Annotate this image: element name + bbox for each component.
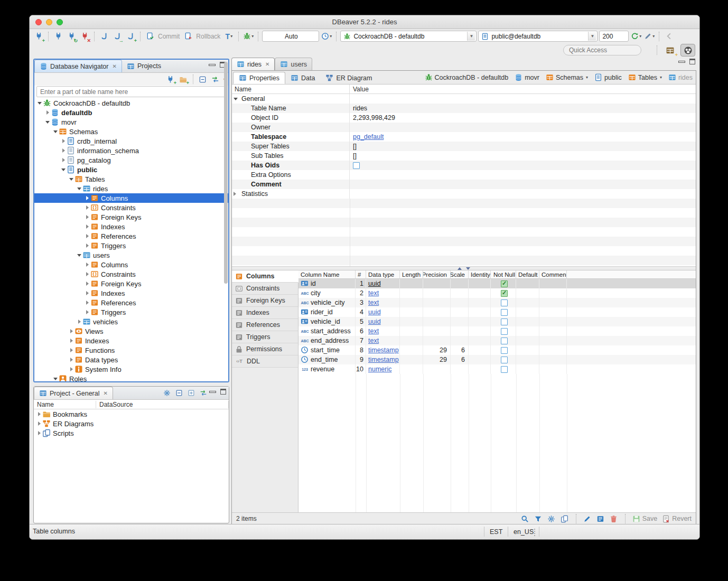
column-row-revenue[interactable]: 123revenue10numeric xyxy=(298,364,696,374)
new-sql-script-button[interactable]: + xyxy=(125,31,136,42)
expand-all-icon[interactable] xyxy=(187,389,195,397)
twistie-icon[interactable] xyxy=(84,272,90,276)
twistie-icon[interactable] xyxy=(76,320,82,324)
breadcrumb-public[interactable]: public xyxy=(594,73,622,81)
maximize-view-button[interactable] xyxy=(220,389,226,395)
tree-item-indexes[interactable]: Indexes xyxy=(34,336,228,345)
disconnect-button[interactable]: ✕ xyxy=(79,31,90,42)
grid-header-length[interactable]: Length xyxy=(400,270,423,278)
not-null-checkbox[interactable] xyxy=(501,347,508,354)
tree-item-foreign-keys[interactable]: Foreign Keys xyxy=(34,279,228,288)
grid-header-identity[interactable]: Identity xyxy=(469,270,491,278)
rollback-icon[interactable] xyxy=(182,31,194,42)
tab-project-general[interactable]: Project - General ✕ xyxy=(34,387,113,399)
property-row-object-id[interactable]: Object ID2,293,998,429 xyxy=(232,113,696,123)
grid-header-comment[interactable]: Comment xyxy=(539,270,567,278)
column-data-type[interactable]: uuid xyxy=(368,308,381,316)
twistie-icon[interactable] xyxy=(84,310,90,314)
grid-header-precision[interactable]: Precision xyxy=(423,270,451,278)
column-row-end_address[interactable]: ABCend_address7text xyxy=(298,336,696,345)
new-folder-button[interactable]: + xyxy=(178,74,189,85)
maximize-editor-button[interactable] xyxy=(689,59,695,64)
column-header-value[interactable]: Value xyxy=(350,86,696,93)
commit-button[interactable]: Commit xyxy=(158,33,180,40)
sql-editor-button[interactable] xyxy=(98,31,110,42)
add-row-icon[interactable] xyxy=(596,514,605,523)
refresh-pages-icon[interactable] xyxy=(561,514,569,523)
not-null-checkbox[interactable] xyxy=(501,280,508,287)
property-row-tablespace[interactable]: Tablespacepg_default xyxy=(232,132,696,142)
not-null-checkbox[interactable] xyxy=(501,338,508,344)
editor-tab-rides[interactable]: rides✕ xyxy=(231,58,275,70)
new-connection-button[interactable]: + xyxy=(33,31,44,42)
not-null-checkbox[interactable] xyxy=(501,357,508,363)
combo-dropdown-icon[interactable]: ▼ xyxy=(588,32,596,41)
twistie-icon[interactable] xyxy=(76,188,82,190)
grid-header-default[interactable]: Default xyxy=(516,270,539,278)
editor-tab-users[interactable]: users xyxy=(275,58,312,70)
tree-item-triggers[interactable]: Triggers xyxy=(34,241,228,250)
not-null-checkbox[interactable] xyxy=(501,309,508,316)
breadcrumb-cockroachdb-defaultdb[interactable]: CockroachDB - defaultdb xyxy=(425,73,509,81)
tree-item-schemas[interactable]: Schemas xyxy=(34,127,228,136)
not-null-checkbox[interactable] xyxy=(501,328,508,335)
column-header-datasource[interactable]: DataSource xyxy=(96,401,229,408)
column-data-type[interactable]: text xyxy=(368,327,379,335)
property-row-sub-tables[interactable]: Sub Tables[] xyxy=(232,151,696,161)
active-schema-combo[interactable]: public@defaultdb ▼ xyxy=(478,31,598,42)
twistie-icon[interactable] xyxy=(52,378,59,380)
tree-item-constraints[interactable]: Constraints xyxy=(34,203,228,212)
details-tab-permissions[interactable]: Permissions xyxy=(232,343,298,355)
settings-icon[interactable] xyxy=(163,389,171,397)
checkbox[interactable] xyxy=(353,162,360,169)
twistie-icon[interactable] xyxy=(44,110,51,115)
breadcrumb-movr[interactable]: movr xyxy=(515,73,539,81)
column-row-start_time[interactable]: start_time8timestamp296 xyxy=(298,345,696,355)
debug-button[interactable]: ▾ xyxy=(242,31,254,42)
grid-header-not-null[interactable]: Not Null xyxy=(491,270,516,278)
combo-dropdown-icon[interactable]: ▼ xyxy=(467,32,475,41)
property-row-super-tables[interactable]: Super Tables[] xyxy=(232,142,696,151)
grid-header--[interactable]: # xyxy=(356,270,366,278)
twistie-icon[interactable] xyxy=(68,329,74,333)
tree-item-cockroachdb-defaultdb[interactable]: CockroachDB - defaultdb xyxy=(34,98,228,108)
tree-item-columns[interactable]: Columns xyxy=(34,260,228,269)
tab-projects[interactable]: Projects xyxy=(122,60,166,72)
twistie-icon[interactable] xyxy=(36,102,43,105)
tree-item-users[interactable]: users xyxy=(34,250,228,260)
twistie-icon[interactable] xyxy=(234,98,239,100)
sash-down-icon[interactable] xyxy=(466,267,470,270)
twistie-icon[interactable] xyxy=(84,205,90,210)
breadcrumb-rides[interactable]: rides xyxy=(668,73,693,81)
twistie-icon[interactable] xyxy=(84,282,90,286)
twistie-icon[interactable] xyxy=(60,148,67,153)
column-row-rider_id[interactable]: rider_id4uuid xyxy=(298,307,696,317)
open-perspective-button[interactable]: + xyxy=(662,44,677,57)
tree-item-references[interactable]: References xyxy=(34,231,228,241)
close-icon[interactable]: ✕ xyxy=(265,61,269,67)
project-item-bookmarks[interactable]: Bookmarks xyxy=(34,409,229,419)
twistie-icon[interactable] xyxy=(60,139,67,143)
project-item-er-diagrams[interactable]: ER Diagrams xyxy=(34,419,229,428)
property-value-link[interactable]: pg_default xyxy=(353,133,384,140)
column-row-city[interactable]: ABCcity2text xyxy=(298,288,696,298)
navigator-scrollbar[interactable] xyxy=(224,62,228,284)
property-row-general[interactable]: General xyxy=(232,94,696,104)
tree-item-defaultdb[interactable]: defaultdb xyxy=(34,108,228,117)
twistie-icon[interactable] xyxy=(68,367,74,371)
tree-item-tables[interactable]: Tables xyxy=(34,174,228,184)
grid-header-data-type[interactable]: Data type xyxy=(366,270,400,278)
dbeaver-perspective-button[interactable] xyxy=(680,44,695,57)
splitter-sash[interactable] xyxy=(232,266,696,270)
twistie-icon[interactable] xyxy=(84,196,90,200)
quick-access-input[interactable] xyxy=(563,45,641,55)
dropdown-arrow-icon[interactable]: ▾ xyxy=(660,75,662,80)
breadcrumb-tables[interactable]: Tables▾ xyxy=(628,73,662,81)
transaction-log-button[interactable]: T▾ xyxy=(223,31,235,42)
details-tab-indexes[interactable]: Indexes xyxy=(232,307,298,319)
edit-icon[interactable] xyxy=(583,514,592,523)
not-null-checkbox[interactable] xyxy=(501,290,508,297)
tree-item-public[interactable]: public xyxy=(34,165,228,174)
details-tab-columns[interactable]: Columns xyxy=(232,270,298,283)
fetch-size-input[interactable] xyxy=(599,31,629,42)
